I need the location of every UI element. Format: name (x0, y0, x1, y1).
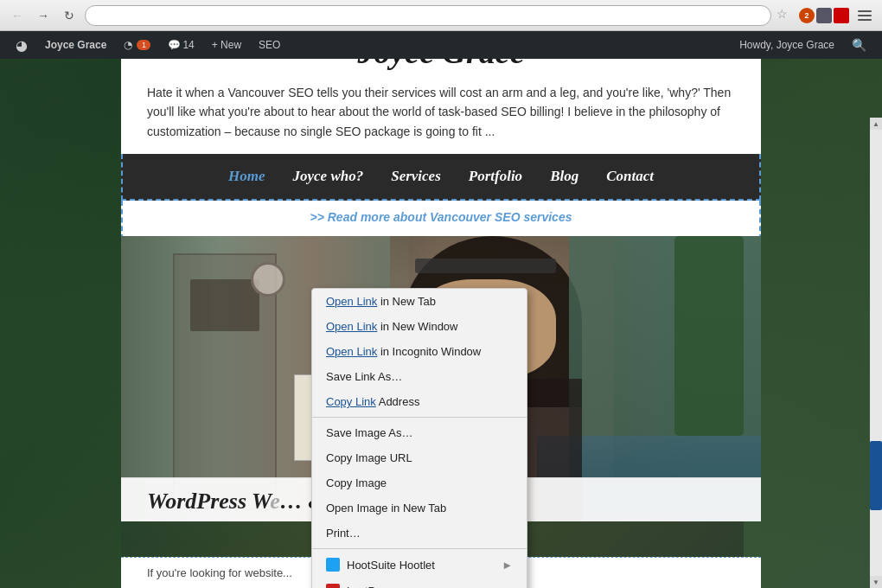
url-input[interactable]: www.joycegrace.ca (94, 10, 762, 22)
wp-comments[interactable]: 💬 14 (159, 31, 202, 59)
wp-admin-bar: ◕ Joyce Grace ◔ 1 💬 14 + New SEO Howdy, … (0, 31, 882, 59)
nav-portfolio[interactable]: Portfolio (455, 164, 536, 189)
scrollbar[interactable]: ▲ ▼ (870, 118, 882, 588)
forward-button[interactable]: → (33, 5, 54, 26)
ctx-hootsuite[interactable]: HootSuite Hootlet ► (312, 552, 527, 578)
content-box: Joyce Grace Hate it when a Vancouver SEO… (121, 59, 761, 240)
wp-new-button[interactable]: + New (203, 31, 250, 59)
comments-count: 14 (182, 39, 194, 51)
content-paragraph: Hate it when a Vancouver SEO tells you t… (147, 83, 735, 141)
scrollbar-up-arrow[interactable]: ▲ (870, 118, 882, 130)
wp-search[interactable]: 🔍 (843, 38, 875, 52)
nav-home[interactable]: Home (214, 164, 279, 189)
content-text-area: Hate it when a Vancouver SEO tells you t… (121, 66, 761, 154)
ctx-save-link[interactable]: Save Link As… (312, 364, 527, 389)
hootsuite-icon (326, 558, 340, 572)
browser-frame: ← → ↻ www.joycegrace.ca ☆ 2 ◕ Joyce Grac… (0, 0, 882, 588)
updates-icon: ◔ (124, 39, 132, 51)
ext-icon-2[interactable] (816, 8, 832, 23)
ctx-lastpass-arrow: ► (502, 585, 513, 589)
context-menu: Open Link in New Tab Open Link in New Wi… (311, 288, 527, 588)
nav-blog[interactable]: Blog (536, 164, 592, 189)
ctx-link-highlight-2: Open Link (326, 320, 377, 333)
wp-logo-icon: ◕ (16, 37, 28, 54)
ctx-open-image-tab-label: Open Image in New Tab (326, 502, 446, 514)
nav-contact[interactable]: Contact (592, 164, 668, 189)
back-button[interactable]: ← (7, 5, 28, 26)
site-nav: Home Joyce who? Services Portfolio Blog … (121, 154, 761, 201)
ctx-copy-image-label: Copy Image (326, 476, 387, 489)
ctx-open-incognito[interactable]: Open Link in Incognito Window (312, 339, 527, 364)
ctx-open-new-window-label: in New Window (380, 320, 458, 333)
wp-admin-right: Howdy, Joyce Grace 🔍 (731, 38, 875, 52)
ctx-copy-image[interactable]: Copy Image (312, 470, 527, 495)
ctx-separator-1 (312, 417, 527, 418)
ctx-hootsuite-arrow: ► (502, 559, 513, 572)
ctx-copy-image-url-label: Copy Image URL (326, 451, 412, 464)
wp-updates[interactable]: ◔ 1 (115, 31, 159, 59)
wp-howdy[interactable]: Howdy, Joyce Grace (731, 39, 843, 51)
ctx-print[interactable]: Print… (312, 521, 527, 546)
ctx-print-label: Print… (326, 527, 361, 540)
wp-site-name[interactable]: Joyce Grace (36, 31, 115, 59)
extension-icons: 2 (799, 8, 849, 23)
ctx-save-link-label: Save Link As… (326, 370, 402, 383)
ctx-open-new-tab-label: in New Tab (380, 295, 436, 308)
bookmark-icon[interactable]: ☆ (777, 7, 794, 24)
updates-count: 1 (137, 40, 150, 50)
comments-icon: 💬 (168, 39, 181, 51)
read-more-box: >> Read more about Vancouver SEO service… (121, 201, 761, 240)
ctx-open-image-tab[interactable]: Open Image in New Tab (312, 495, 527, 521)
ctx-copy-image-url[interactable]: Copy Image URL (312, 445, 527, 470)
ctx-open-incognito-label: in Incognito Window (380, 345, 481, 358)
ctx-link-highlight-3: Open Link (326, 345, 377, 358)
ctx-separator-2 (312, 548, 527, 549)
browser-nav-bar: ← → ↻ www.joycegrace.ca ☆ 2 (0, 0, 882, 31)
ext-badge: 2 (804, 11, 808, 20)
lastpass-icon (326, 584, 340, 588)
ctx-save-image-label: Save Image As… (326, 426, 412, 439)
scrollbar-down-arrow[interactable]: ▼ (870, 576, 882, 588)
refresh-button[interactable]: ↻ (59, 5, 80, 26)
ctx-link-highlight-4: Copy Link (326, 395, 376, 408)
new-label: + New (212, 39, 241, 51)
ext-icon-1[interactable]: 2 (799, 8, 815, 23)
ctx-copy-link[interactable]: Copy Link Address (312, 389, 527, 414)
howdy-label: Howdy, Joyce Grace (739, 39, 834, 51)
wp-logo-item[interactable]: ◕ (7, 31, 36, 59)
address-bar: www.joycegrace.ca (85, 5, 771, 26)
read-more-link[interactable]: >> Read more about Vancouver SEO service… (310, 210, 572, 224)
ctx-lastpass[interactable]: LastPass ► (312, 578, 527, 588)
ctx-save-image[interactable]: Save Image As… (312, 420, 527, 445)
ctx-link-highlight-1: Open Link (326, 295, 377, 308)
site-title: Joyce Grace (357, 59, 524, 70)
ctx-lastpass-label: LastPass (347, 585, 393, 589)
ctx-open-new-window[interactable]: Open Link in New Window (312, 314, 527, 339)
site-name-label: Joyce Grace (45, 39, 106, 51)
nav-joyce-who[interactable]: Joyce who? (279, 164, 378, 189)
wp-seo[interactable]: SEO (250, 31, 289, 59)
scrollbar-thumb[interactable] (870, 441, 882, 510)
seo-label: SEO (259, 39, 280, 51)
ctx-hootsuite-label: HootSuite Hootlet (347, 559, 435, 572)
chrome-menu-button[interactable] (854, 5, 875, 26)
site-content: Joyce Grace Hate it when a Vancouver SEO… (0, 59, 882, 588)
nav-services[interactable]: Services (377, 164, 455, 189)
ctx-open-new-tab[interactable]: Open Link in New Tab (312, 289, 527, 314)
ext-icon-3[interactable] (834, 8, 849, 23)
ctx-copy-link-label: Address (379, 395, 420, 408)
